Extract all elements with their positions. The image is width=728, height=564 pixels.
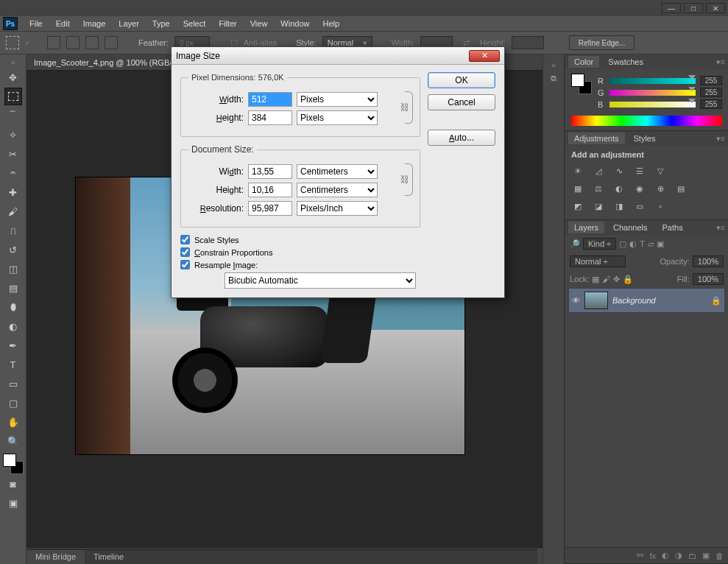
r-value[interactable]: 255 bbox=[700, 76, 722, 85]
gradient-map-icon[interactable]: ▭ bbox=[633, 200, 646, 212]
visibility-icon[interactable]: 👁 bbox=[572, 296, 580, 305]
constrain-checkbox[interactable] bbox=[180, 247, 190, 257]
lasso-tool-icon[interactable]: ⌒ bbox=[4, 107, 22, 124]
lock-pixels-icon[interactable]: ▦ bbox=[592, 275, 599, 284]
exposure-icon[interactable]: ☰ bbox=[633, 165, 646, 177]
dialog-close-button[interactable]: ✕ bbox=[469, 50, 500, 62]
window-close-button[interactable]: ✕ bbox=[706, 3, 725, 13]
r-slider[interactable] bbox=[609, 78, 696, 84]
menu-layer[interactable]: Layer bbox=[113, 18, 145, 29]
b-slider[interactable] bbox=[609, 102, 696, 107]
b-value[interactable]: 255 bbox=[700, 99, 722, 109]
marquee-tool-icon[interactable] bbox=[4, 88, 22, 105]
blend-mode-select[interactable]: Normal ÷ bbox=[570, 255, 626, 267]
threshold-icon[interactable]: ◨ bbox=[612, 200, 626, 212]
paths-tab[interactable]: Paths bbox=[657, 222, 689, 233]
eyedropper-tool-icon[interactable]: 𝄐 bbox=[4, 164, 22, 182]
px-height-input[interactable] bbox=[248, 110, 292, 125]
layer-thumbnail[interactable] bbox=[584, 292, 608, 309]
history-brush-tool-icon[interactable]: ↺ bbox=[4, 241, 22, 258]
filter-shape-icon[interactable]: ▱ bbox=[648, 239, 654, 249]
color-tab[interactable]: Color bbox=[568, 56, 599, 68]
doc-height-unit-select[interactable]: Centimeters bbox=[297, 183, 378, 197]
quick-mask-icon[interactable]: ◙ bbox=[4, 475, 22, 493]
resample-checkbox[interactable] bbox=[180, 260, 190, 269]
lookup-icon[interactable]: ▤ bbox=[674, 183, 688, 194]
move-tool-icon[interactable]: ✥ bbox=[4, 68, 22, 86]
panel-menu-icon[interactable]: ▾≡ bbox=[713, 134, 728, 144]
lock-position-icon[interactable]: ✥ bbox=[613, 275, 620, 284]
path-select-tool-icon[interactable]: ▭ bbox=[4, 375, 22, 392]
eraser-tool-icon[interactable]: ◫ bbox=[4, 260, 22, 278]
menu-view[interactable]: View bbox=[244, 18, 274, 29]
vibrance-icon[interactable]: ▽ bbox=[654, 165, 667, 177]
layer-name[interactable]: Background bbox=[612, 296, 656, 305]
cancel-button[interactable]: Cancel bbox=[428, 94, 495, 110]
invert-icon[interactable]: ◩ bbox=[571, 200, 584, 212]
mixer-icon[interactable]: ⊕ bbox=[654, 183, 667, 194]
menu-window[interactable]: Window bbox=[275, 18, 315, 29]
filter-kind-select[interactable]: Kind ÷ bbox=[583, 238, 616, 250]
photofilter-icon[interactable]: ◉ bbox=[633, 183, 646, 194]
magic-wand-tool-icon[interactable]: ✧ bbox=[4, 126, 22, 144]
window-maximize-button[interactable]: □ bbox=[684, 3, 703, 13]
type-tool-icon[interactable]: T bbox=[4, 356, 22, 373]
add-selection-icon[interactable] bbox=[66, 36, 79, 49]
posterize-icon[interactable]: ◪ bbox=[592, 200, 605, 212]
link-layers-icon[interactable]: ⚯ bbox=[637, 551, 643, 560]
curves-icon[interactable]: ∿ bbox=[612, 165, 626, 177]
link-doc-dims-icon[interactable]: ⛓ bbox=[397, 161, 412, 199]
layers-tab[interactable]: Layers bbox=[568, 222, 604, 233]
link-pixel-dims-icon[interactable]: ⛓ bbox=[397, 88, 412, 127]
healing-tool-icon[interactable]: ✚ bbox=[4, 183, 22, 201]
collapsed-panel-strip[interactable]: « ⧉ bbox=[543, 54, 565, 564]
menu-filter[interactable]: Filter bbox=[213, 18, 242, 29]
px-width-input[interactable] bbox=[248, 92, 292, 107]
gradient-tool-icon[interactable]: ▤ bbox=[4, 279, 22, 297]
toolbox-collapse-icon[interactable]: » bbox=[7, 56, 19, 68]
new-fill-icon[interactable]: ◑ bbox=[675, 551, 682, 560]
menu-edit[interactable]: Edit bbox=[50, 18, 76, 29]
resolution-input[interactable] bbox=[248, 201, 292, 216]
layer-fx-icon[interactable]: fx bbox=[649, 551, 656, 560]
channels-tab[interactable]: Channels bbox=[607, 222, 653, 233]
styles-tab[interactable]: Styles bbox=[628, 133, 662, 144]
crop-tool-icon[interactable]: ✂ bbox=[4, 145, 22, 163]
dodge-tool-icon[interactable]: ◐ bbox=[4, 317, 22, 335]
layer-mask-icon[interactable]: ◐ bbox=[662, 551, 669, 560]
doc-width-unit-select[interactable]: Centimeters bbox=[297, 164, 378, 179]
hue-icon[interactable]: ▦ bbox=[571, 183, 584, 194]
menu-type[interactable]: Type bbox=[146, 18, 176, 29]
screen-mode-icon[interactable]: ▣ bbox=[4, 494, 22, 512]
lock-all-icon[interactable]: 🔒 bbox=[623, 275, 633, 284]
opacity-input[interactable]: 100% bbox=[693, 255, 724, 267]
doc-height-input[interactable] bbox=[248, 183, 292, 197]
hand-tool-icon[interactable]: ✋ bbox=[4, 413, 22, 431]
mini-bridge-tab[interactable]: Mini Bridge bbox=[26, 550, 85, 564]
filter-image-icon[interactable]: ▢ bbox=[619, 239, 626, 249]
delete-layer-icon[interactable]: 🗑 bbox=[715, 551, 724, 560]
g-slider[interactable] bbox=[609, 90, 696, 96]
auto-button[interactable]: Auto... bbox=[428, 130, 495, 146]
menu-select[interactable]: Select bbox=[177, 18, 212, 29]
current-tool-icon[interactable] bbox=[6, 36, 19, 49]
swatches-tab[interactable]: Swatches bbox=[602, 56, 649, 68]
blur-tool-icon[interactable]: ⬮ bbox=[4, 298, 22, 316]
menu-help[interactable]: Help bbox=[317, 18, 345, 29]
fill-input[interactable]: 100% bbox=[693, 273, 724, 285]
menu-image[interactable]: Image bbox=[77, 18, 112, 29]
layer-row[interactable]: 👁 Background 🔒 bbox=[568, 288, 725, 313]
filter-adjust-icon[interactable]: ◐ bbox=[629, 239, 637, 249]
px-width-unit-select[interactable]: Pixels bbox=[297, 92, 378, 107]
zoom-tool-icon[interactable]: 🔍 bbox=[4, 432, 22, 450]
filter-smart-icon[interactable]: ▣ bbox=[657, 239, 664, 249]
filter-type-icon[interactable]: T bbox=[640, 239, 645, 248]
panel-menu-icon[interactable]: ▾≡ bbox=[713, 223, 728, 233]
menu-file[interactable]: File bbox=[24, 18, 49, 29]
brightness-icon[interactable]: ☀ bbox=[571, 165, 584, 177]
levels-icon[interactable]: ◿ bbox=[592, 165, 605, 177]
g-value[interactable]: 255 bbox=[700, 88, 722, 97]
new-group-icon[interactable]: 🗀 bbox=[688, 551, 696, 560]
dialog-titlebar[interactable]: Image Size ✕ bbox=[172, 47, 504, 65]
new-selection-icon[interactable] bbox=[47, 36, 60, 49]
